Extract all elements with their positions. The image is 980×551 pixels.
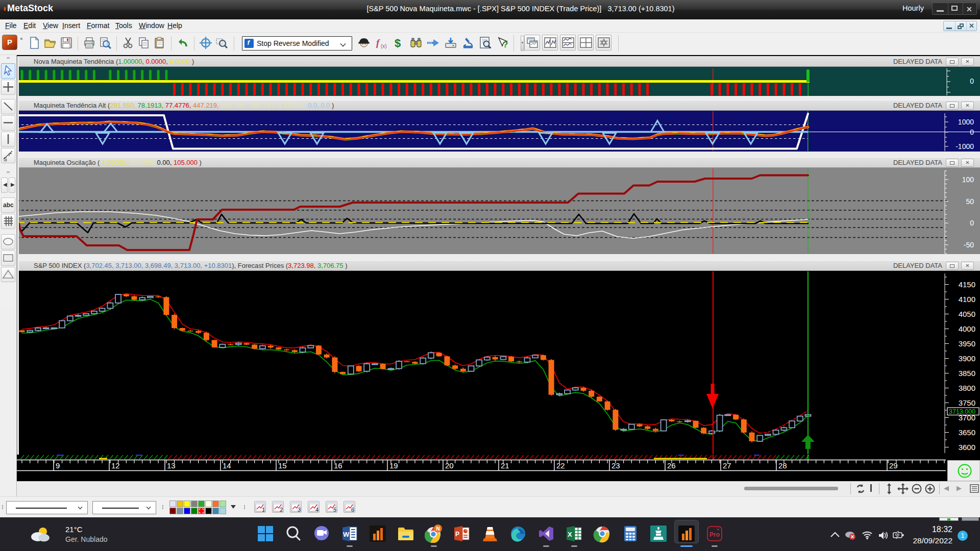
svg-text:4050: 4050 (959, 310, 975, 318)
svg-text:$: $ (395, 37, 401, 49)
svg-text:3950: 3950 (959, 339, 975, 348)
svg-text:3650: 3650 (959, 428, 975, 437)
svg-text:15: 15 (278, 461, 287, 470)
svg-text:(x): (x) (381, 43, 387, 49)
svg-text:4100: 4100 (959, 295, 975, 304)
svg-text:50: 50 (966, 197, 974, 206)
svg-text:1000: 1000 (958, 118, 974, 126)
svg-text:13: 13 (167, 461, 176, 470)
svg-text:23: 23 (611, 461, 620, 470)
svg-text:9: 9 (56, 461, 60, 470)
svg-text:3750: 3750 (959, 398, 975, 407)
svg-text:3713.000: 3713.000 (949, 408, 975, 415)
svg-text:W: W (343, 531, 350, 538)
svg-text:26: 26 (667, 461, 676, 470)
svg-text:19: 19 (389, 461, 398, 470)
svg-text:3600: 3600 (959, 443, 975, 452)
svg-text:-1000: -1000 (955, 142, 974, 151)
svg-text:?: ? (503, 40, 508, 49)
svg-text:-50: -50 (964, 241, 974, 249)
svg-text:P: P (455, 531, 459, 538)
svg-text:Pro: Pro (709, 531, 720, 538)
svg-text:3900: 3900 (959, 354, 975, 363)
svg-text:16: 16 (334, 461, 342, 470)
svg-text:X: X (568, 531, 572, 538)
svg-text:20: 20 (445, 461, 454, 470)
svg-text:22: 22 (556, 461, 565, 470)
svg-text:abc: abc (3, 202, 14, 209)
svg-text:N: N (436, 526, 440, 532)
svg-text:3850: 3850 (959, 369, 975, 378)
svg-text:27: 27 (723, 461, 731, 470)
svg-text:14: 14 (223, 461, 231, 470)
svg-text:28: 28 (778, 461, 787, 470)
svg-text:12: 12 (111, 461, 120, 470)
svg-text:f: f (376, 37, 380, 48)
svg-text:29: 29 (889, 461, 898, 470)
svg-text:4000: 4000 (959, 324, 975, 333)
svg-text:3800: 3800 (959, 384, 975, 392)
svg-text:0: 0 (970, 128, 974, 136)
svg-text:0: 0 (970, 219, 974, 227)
svg-text:21: 21 (501, 461, 509, 470)
svg-text:S: S (4, 157, 7, 162)
svg-text:4150: 4150 (959, 280, 975, 289)
svg-text:100: 100 (962, 176, 974, 184)
svg-text:0: 0 (970, 77, 974, 85)
